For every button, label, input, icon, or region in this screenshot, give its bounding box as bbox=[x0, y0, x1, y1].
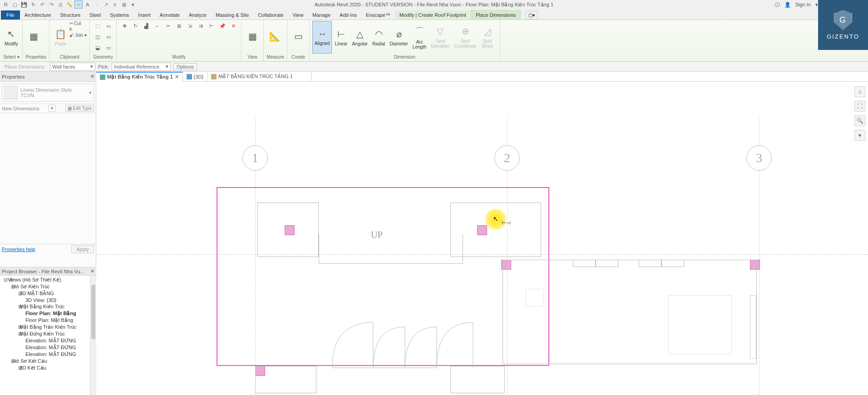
tree-3dview[interactable]: 3D View: {3D} bbox=[1, 297, 95, 303]
undo-icon[interactable]: ↶ bbox=[38, 0, 46, 9]
tree-views[interactable]: ⊟ ⊚ Views (Hồ Sơ Thiết Kế) bbox=[1, 276, 95, 283]
copy-button[interactable]: ⎘ bbox=[69, 27, 87, 32]
tree-mbkt[interactable]: ⊟ Mặt Bằng Kiến Trúc bbox=[1, 303, 95, 310]
tree-3dmb[interactable]: ⊟ 3D MẶT BẰNG bbox=[1, 290, 95, 297]
paste-button[interactable]: 📋Paste bbox=[52, 21, 69, 54]
redo-icon[interactable]: ↷ bbox=[47, 0, 55, 9]
tree-mbtkt[interactable]: ⊞ Mặt Bằng Trần Kiến Trúc bbox=[1, 324, 95, 331]
create-button[interactable]: ▭ bbox=[290, 21, 306, 54]
view-tab-2[interactable]: {3D} bbox=[183, 72, 207, 82]
properties-close-icon[interactable]: ✕ bbox=[90, 74, 94, 79]
cut-geom-icon[interactable]: ◫ bbox=[93, 32, 103, 42]
sync-icon[interactable]: ↻ bbox=[29, 0, 37, 9]
tree-hskc[interactable]: ⊟ Hồ Sơ Kết Cấu bbox=[1, 358, 95, 365]
tree-elev2[interactable]: Elevation: MẶT ĐỨNG bbox=[1, 344, 95, 351]
instance-dropdown[interactable]: ▾ bbox=[49, 105, 56, 112]
project-browser-close-icon[interactable]: ✕ bbox=[90, 268, 94, 274]
nav-home-icon[interactable]: ⌂ bbox=[854, 86, 865, 97]
apply-button[interactable]: Apply bbox=[71, 245, 94, 253]
rotate-icon[interactable]: ↻ bbox=[130, 21, 140, 31]
wall-faces-dropdown[interactable]: Wall faces▾ bbox=[50, 63, 95, 71]
align-icon[interactable]: ⊢ bbox=[207, 21, 217, 31]
grid-bubble-2[interactable]: 2 bbox=[494, 145, 520, 171]
offset-icon[interactable]: ⇉ bbox=[196, 21, 206, 31]
options-button[interactable]: Options bbox=[173, 63, 197, 70]
radial-button[interactable]: ◠Radial bbox=[370, 21, 387, 54]
spot-elev-button[interactable]: ▽Spot Elevation bbox=[429, 21, 451, 54]
edit-type-button[interactable]: ▦ Edit Type bbox=[65, 105, 94, 112]
tab-systems[interactable]: Systems bbox=[105, 10, 133, 20]
tree-fp2[interactable]: Floor Plan: Mặt Bằng bbox=[1, 317, 95, 324]
tab-massing[interactable]: Massing & Site bbox=[211, 10, 253, 20]
diameter-button[interactable]: ⌀Diameter bbox=[388, 21, 410, 54]
tree-hskt[interactable]: ⊟ Hồ Sơ Kiến Trúc bbox=[1, 283, 95, 290]
info-icon[interactable]: ⓘ bbox=[775, 1, 780, 8]
switch-icon[interactable]: ▾ bbox=[129, 0, 137, 9]
geom-icon2[interactable]: ▭ bbox=[104, 32, 113, 42]
tab-structure[interactable]: Structure bbox=[55, 10, 85, 20]
browser-scrollbar[interactable] bbox=[90, 276, 96, 395]
print-icon[interactable]: ⎙ bbox=[56, 0, 64, 9]
spot-slope-button[interactable]: ◿Spot Slope bbox=[479, 21, 495, 54]
signin-link[interactable]: Sign In bbox=[795, 2, 811, 7]
split-icon[interactable]: ✂ bbox=[163, 21, 173, 31]
view-tab-1-close-icon[interactable]: ✕ bbox=[175, 74, 179, 80]
array-icon[interactable]: ⊞ bbox=[174, 21, 184, 31]
nav-full-icon[interactable]: ⛶ bbox=[854, 101, 865, 112]
properties-button[interactable]: ▦ bbox=[25, 21, 42, 54]
tab-file[interactable]: File bbox=[1, 10, 20, 20]
tab-enscape[interactable]: Enscape™ bbox=[361, 10, 395, 20]
dim-icon[interactable]: ↔ bbox=[74, 0, 83, 9]
tree-mdkt[interactable]: ⊟ Mặt Đứng Kiến Trúc bbox=[1, 331, 95, 337]
type-dropdown-icon[interactable]: ▾ bbox=[89, 90, 92, 96]
tab-annotate[interactable]: Annotate bbox=[155, 10, 184, 20]
text-icon[interactable]: A bbox=[84, 0, 92, 9]
scroll-thumb[interactable] bbox=[91, 285, 95, 339]
mirror-icon[interactable]: ▟ bbox=[141, 21, 151, 31]
canvas[interactable]: 1 2 3 UP ↖ ⊢⊣ bbox=[96, 82, 868, 395]
view-tab-3[interactable]: MẶT BẰNG KIẾN TRÚC TẦNG 1 bbox=[207, 72, 312, 82]
tab-modify[interactable]: Modify | Create Roof Footprint bbox=[395, 10, 471, 20]
nav-zoom-icon[interactable]: 🔍 bbox=[854, 115, 865, 126]
tree-elev3[interactable]: Elevation: MẶT ĐỨNG bbox=[1, 351, 95, 358]
pick-dropdown[interactable]: Individual Reference▾ bbox=[112, 63, 171, 71]
linear-button[interactable]: ⊢Linear bbox=[333, 21, 349, 54]
tab-view[interactable]: View bbox=[288, 10, 308, 20]
delete-icon[interactable]: ✕ bbox=[228, 21, 238, 31]
close-icon[interactable]: ⊞ bbox=[120, 0, 128, 9]
tree-fp1[interactable]: Floor Plan: Mặt Bằng bbox=[1, 310, 95, 317]
cut-button[interactable]: ✂Cut bbox=[69, 21, 87, 26]
measure-button[interactable]: 📐 bbox=[266, 21, 283, 54]
tab-addins[interactable]: Add-Ins bbox=[335, 10, 361, 20]
arc-length-button[interactable]: ⌒Arc Length bbox=[411, 21, 429, 54]
tab-analyze[interactable]: Analyze bbox=[184, 10, 211, 20]
ribbon-expand-icon[interactable]: ▢▾ bbox=[525, 11, 538, 20]
scale-icon[interactable]: ⇲ bbox=[185, 21, 195, 31]
nav-chevron-icon[interactable]: ▾ bbox=[854, 130, 865, 141]
tab-steel[interactable]: Steel bbox=[85, 10, 105, 20]
open-icon[interactable]: ▢ bbox=[11, 0, 19, 9]
join-icon[interactable]: ⬓ bbox=[93, 43, 103, 53]
tag-icon[interactable]: · bbox=[93, 0, 101, 9]
type-selector[interactable]: Linear Dimension Style TCVN ▾ bbox=[2, 84, 94, 102]
trim-icon[interactable]: ⌐ bbox=[152, 21, 162, 31]
spot-coord-button[interactable]: ⊕Spot Coordinate bbox=[453, 21, 478, 54]
properties-help-link[interactable]: Properties help bbox=[2, 247, 35, 252]
section-icon[interactable]: ↗ bbox=[102, 0, 110, 9]
pin-icon[interactable]: 📌 bbox=[217, 21, 227, 31]
aligned-button[interactable]: ↔Aligned bbox=[312, 21, 332, 54]
thin-icon[interactable]: ≡ bbox=[111, 0, 119, 9]
move-icon[interactable]: ✥ bbox=[119, 21, 129, 31]
view-tab-1[interactable]: Mặt Bằng Kiến Trúc Tầng 1 ✕ bbox=[96, 72, 183, 82]
angular-button[interactable]: △Angular bbox=[350, 21, 369, 54]
tree-elev1[interactable]: Elevation: MẶT ĐỨNG bbox=[1, 337, 95, 344]
grid-bubble-3[interactable]: 3 bbox=[746, 145, 772, 171]
cope-icon[interactable]: ⬚ bbox=[93, 21, 103, 31]
tab-place-dimensions[interactable]: Place Dimensions bbox=[471, 10, 521, 20]
modify-button[interactable]: ↖Modify bbox=[3, 21, 20, 54]
view-button[interactable]: ▦ bbox=[244, 21, 261, 54]
save-icon[interactable]: 💾 bbox=[20, 0, 28, 9]
user-icon[interactable]: 👤 bbox=[784, 2, 791, 8]
revit-icon[interactable]: R bbox=[2, 0, 10, 9]
tab-collaborate[interactable]: Collaborate bbox=[253, 10, 288, 20]
